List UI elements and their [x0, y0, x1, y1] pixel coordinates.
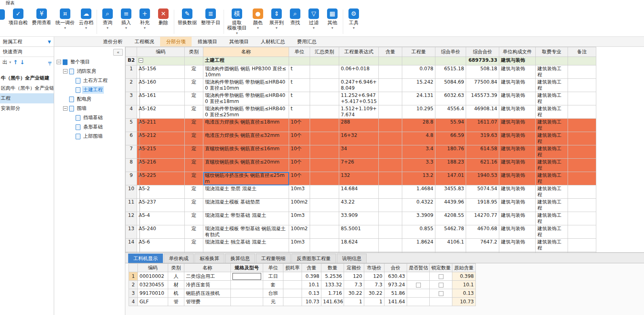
cell-cost-file[interactable]: 建筑与装饰 [499, 145, 536, 159]
row-number[interactable]: 7 [126, 145, 137, 159]
cell-code[interactable]: A5-215 [137, 145, 185, 159]
cell-content[interactable]: 0.398 [302, 272, 321, 281]
cell-cost-file[interactable]: 建筑与装饰 [499, 132, 536, 145]
column-header[interactable]: 锁定数量 [430, 264, 452, 272]
cell-category[interactable]: 定 [185, 105, 203, 119]
toolbar-button-unify-price[interactable]: ¤统一调价▾ [53, 7, 77, 30]
cell-unit[interactable]: 100m2 [289, 225, 310, 239]
menu-item-reports[interactable]: 报表 [6, 0, 15, 6]
cell-category[interactable]: 定 [185, 185, 203, 199]
cell-summary[interactable] [310, 119, 339, 132]
cell-category[interactable]: 定 [185, 212, 203, 225]
cell-code[interactable]: 03230455 [138, 281, 168, 289]
row-number[interactable]: 13 [126, 225, 137, 239]
cell-unit-price[interactable] [435, 57, 466, 65]
cell-loss-rate[interactable] [283, 289, 302, 298]
bottom-tab-conversion-info[interactable]: 换算信息 [225, 254, 255, 263]
cell-summary[interactable] [310, 132, 339, 145]
tree-node-civil-work[interactable]: 土建工程 [54, 85, 125, 94]
cell-cost-file[interactable]: 建筑与装饰 [499, 225, 536, 239]
tab-subsection-items[interactable]: 分部分项 [160, 37, 192, 46]
cell-unit[interactable]: 100m2 [289, 199, 310, 212]
cell-code[interactable]: 99170010 [138, 289, 168, 298]
cell-content[interactable] [379, 199, 402, 212]
table-row[interactable]: 7A5-215定直螺纹钢筋接头 钢筋直径≤16mm10个343.4180.766… [126, 145, 596, 159]
bottom-tab-unit-price-composition[interactable]: 单价构成 [164, 254, 194, 263]
column-header[interactable]: 类别 [185, 47, 203, 57]
cell-code[interactable]: − [137, 57, 185, 65]
column-header[interactable]: 数量 [321, 264, 344, 272]
cell-unit-price[interactable]: 188.23 [435, 159, 466, 172]
cell-unit-price[interactable]: 6032.63 [435, 92, 466, 105]
cell-unit-price[interactable]: 5462.78 [435, 225, 466, 239]
cell-total[interactable]: 689739.33 [466, 57, 499, 65]
tree-node-power-room[interactable]: 配电房 [54, 94, 125, 104]
cell-category[interactable]: 管 [168, 298, 184, 306]
cell-category[interactable]: 人 [168, 272, 184, 281]
bottom-tab-standard-conversion[interactable]: 标准换算 [194, 254, 224, 263]
cell-fixed-price[interactable]: 7.3 [344, 281, 364, 289]
cell-summary[interactable] [310, 65, 339, 79]
cell-quantity[interactable]: 133.32 [321, 281, 344, 289]
cell-category[interactable]: 材 [168, 281, 184, 289]
cell-note[interactable] [568, 212, 596, 225]
cell-unit-price[interactable]: 180.76 [435, 145, 466, 159]
tab-measure-items[interactable]: 措施项目 [192, 37, 223, 46]
table-row[interactable]: 13A5-240定现浇混凝土模板 带型基础 钢筋混凝土有肋式100m285.50… [126, 225, 596, 239]
move-up-icon[interactable]: ↑ [13, 59, 18, 65]
cell-summary[interactable] [310, 105, 339, 119]
cell-spec[interactable] [231, 272, 263, 281]
cell-is-provisional[interactable] [407, 281, 430, 289]
cell-category[interactable]: 定 [185, 132, 203, 145]
cell-category[interactable]: 定 [185, 172, 203, 185]
cell-code[interactable]: A5-4 [137, 212, 185, 225]
cell-expression[interactable]: 18.624 [339, 239, 379, 252]
cell-unit[interactable]: t [289, 92, 310, 105]
cell-total[interactable]: 145573.39 [466, 92, 499, 105]
toolbar-button-organize-items[interactable]: ≣整理子目▾ [199, 7, 222, 30]
cell-content[interactable]: 10.1 [302, 281, 321, 289]
toolbar-button-find[interactable]: ⌕查找▾ [286, 7, 304, 30]
cell-summary[interactable] [310, 199, 339, 212]
cell-quantity[interactable]: 3.3 [402, 159, 435, 172]
cell-category[interactable]: 机 [168, 289, 184, 298]
cell-unit[interactable]: 10个 [289, 159, 310, 172]
cell-content[interactable] [379, 79, 402, 92]
cell-lock-quantity[interactable] [430, 298, 452, 306]
table-row[interactable]: 1A5-156定现浇构件圆钢筋 钢筋 HPB300 直径≤10mmt0.06+0… [126, 65, 596, 79]
cell-category[interactable]: 定 [185, 119, 203, 132]
cell-quantity[interactable]: 1.716 [321, 289, 344, 298]
cell-content[interactable]: 0.13 [302, 289, 321, 298]
cell-note[interactable] [568, 57, 596, 65]
cell-name[interactable]: 土建工程 [203, 57, 289, 65]
pin-icon[interactable]: ╤ [48, 59, 51, 65]
cell-note[interactable] [568, 145, 596, 159]
cell-note[interactable] [568, 199, 596, 212]
cell-cost-file[interactable]: 建筑与装饰 [499, 92, 536, 105]
column-header[interactable]: 是否暂估 [407, 264, 430, 272]
cell-fee-major[interactable]: 建筑装饰工程 [536, 185, 568, 199]
cell-is-provisional[interactable] [407, 289, 430, 298]
cell-lock-quantity[interactable] [430, 272, 452, 281]
cell-unit[interactable]: 10个 [289, 132, 310, 145]
cell-fee-major[interactable] [536, 57, 568, 65]
resource-row[interactable]: 100010002人二类综合用工工日0.3985.2536120120630.4… [129, 272, 476, 281]
cell-code[interactable]: A5-225 [137, 172, 185, 185]
cell-unit[interactable]: 元 [263, 298, 283, 306]
cell-loss-rate[interactable] [283, 272, 302, 281]
cell-spec[interactable] [231, 289, 263, 298]
toolbar-button-insert[interactable]: ≡插入▾ [117, 7, 135, 30]
cell-unit[interactable]: t [289, 79, 310, 92]
bottom-tab-quantity-detail[interactable]: 工程量明细 [256, 254, 291, 263]
column-header[interactable]: 损耗率 [283, 264, 302, 272]
cell-summary[interactable] [310, 79, 339, 92]
cell-name[interactable]: 现浇构件带肋钢筋 带肋钢筋≤HRB400 直径≤10mm [203, 79, 289, 92]
column-header[interactable]: 取费专业 [536, 47, 568, 57]
cell-market-price[interactable]: 1 [364, 298, 384, 306]
cell-unit-price[interactable]: 4208.55 [435, 212, 466, 225]
cell-note[interactable] [568, 172, 596, 185]
row-number[interactable]: 4 [126, 105, 137, 119]
column-header[interactable]: 名称 [184, 264, 231, 272]
cell-unit-price[interactable]: 6515.18 [435, 65, 466, 79]
cell-code[interactable]: A5-243 [137, 252, 185, 253]
